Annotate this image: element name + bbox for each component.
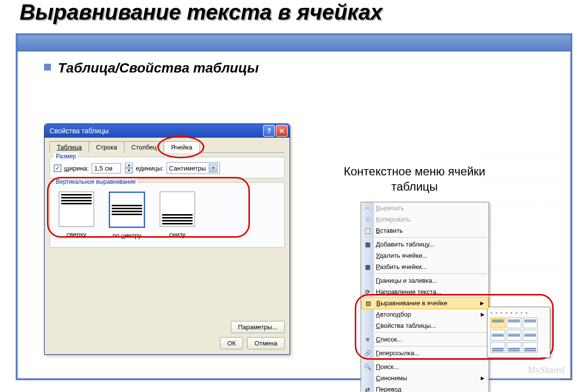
menu-item-label: Список...	[376, 336, 402, 343]
menu-item: ✂Вырезать	[361, 202, 489, 214]
align-top-right[interactable]	[523, 318, 538, 328]
menu-item-label: Вставить	[376, 227, 403, 234]
menu-item-label: Вырезать	[376, 204, 404, 212]
tab-table[interactable]: Таблица	[49, 141, 89, 153]
subtitle-text: Таблица/Свойства таблицы	[58, 60, 259, 75]
menu-item[interactable]: ▤Выравнивание в ячейке▶	[361, 297, 489, 309]
menu-item[interactable]: ▦Добавить таблицу...	[361, 239, 489, 250]
slide-topbar	[18, 35, 570, 51]
menu-item-label: Удалить ячейки...	[376, 252, 427, 259]
menu-item-label: Границы и заливка...	[376, 277, 437, 284]
alignment-submenu: • • • • • • • •	[487, 307, 550, 358]
submenu-dots: • • • • • • • •	[490, 310, 547, 316]
menu-item[interactable]: Синонимы▶	[361, 372, 489, 384]
units-label: единицы:	[136, 165, 164, 172]
menu-item-label: Копировать	[376, 216, 410, 223]
menu-item[interactable]: ⇄Перевод	[361, 384, 489, 392]
menu-icon: ≡	[363, 335, 372, 344]
menu-item[interactable]: 📋Вставить	[361, 225, 489, 236]
submenu-arrow-icon: ▶	[481, 375, 485, 381]
valign-top[interactable]: сверху	[59, 192, 94, 239]
align-mid-left[interactable]	[490, 330, 505, 341]
align-mid-center[interactable]	[507, 330, 521, 341]
context-menu-caption: Контекстное меню ячейки таблицы	[341, 164, 488, 194]
bullet-icon	[44, 64, 51, 71]
alignment-grid	[490, 318, 547, 353]
close-button[interactable]: ✕	[276, 125, 288, 137]
menu-item-label: Разбить ячейки...	[376, 263, 427, 270]
width-checkbox[interactable]: ✓	[54, 165, 61, 172]
align-bot-right[interactable]	[523, 342, 538, 353]
width-label: ширина:	[64, 165, 89, 172]
align-bot-left[interactable]	[490, 342, 505, 353]
menu-item[interactable]: Автоподбор▶	[361, 309, 489, 320]
menu-icon: ⇄	[363, 385, 372, 392]
menu-icon: 🔗	[363, 349, 372, 358]
valign-bottom[interactable]: снизу	[160, 192, 195, 239]
size-group-title: Размер	[54, 153, 78, 160]
dialog-title: Свойства таблицы	[49, 127, 109, 135]
size-group: Размер ✓ ширина: 1,5 см ▲▼ единицы: Сант…	[49, 157, 285, 178]
help-button[interactable]: ?	[263, 125, 275, 137]
slide-title: Выравнивание текста в ячейках	[0, 0, 588, 24]
context-menu: ✂Вырезать⎘Копировать📋Вставить▦Добавить т…	[361, 202, 489, 392]
menu-item-label: Выравнивание в ячейке	[376, 299, 447, 307]
menu-icon: 📋	[363, 226, 372, 235]
valign-center[interactable]: по центру	[109, 192, 145, 239]
ok-button[interactable]: ОК	[220, 337, 244, 349]
menu-item-label: Автоподбор	[376, 311, 411, 318]
menu-item-label: Синонимы	[376, 374, 407, 382]
menu-item[interactable]: ≡Список...	[361, 334, 489, 345]
menu-item-label: Добавить таблицу...	[376, 241, 434, 248]
watermark: MyShared	[528, 365, 564, 375]
table-properties-dialog: Свойства таблицы ? ✕ Таблица Строка Стол…	[44, 123, 290, 355]
units-select[interactable]: Сантиметры▼	[167, 162, 220, 174]
menu-icon: ⎘	[363, 215, 372, 224]
subtitle: Таблица/Свойства таблицы	[44, 60, 570, 76]
menu-item-label: Гиперссылка...	[376, 349, 419, 357]
align-top-left[interactable]	[490, 318, 505, 328]
parameters-button[interactable]: Параметры...	[231, 321, 285, 333]
menu-item[interactable]: 🔗Гиперссылка...	[361, 347, 489, 359]
dialog-tabs: Таблица Строка Столбец Ячейка	[49, 141, 285, 153]
menu-item[interactable]: Удалить ячейки...	[361, 250, 489, 261]
width-spinner[interactable]: ▲▼	[125, 163, 133, 173]
menu-item-label: Направление текста...	[376, 288, 441, 295]
menu-icon: ▤	[364, 299, 372, 308]
menu-icon: ⟳	[363, 288, 372, 296]
align-mid-right[interactable]	[523, 330, 538, 341]
menu-item[interactable]: ⟳Направление текста...	[361, 286, 489, 297]
align-bot-center[interactable]	[507, 342, 521, 353]
menu-item-label: Поиск...	[376, 363, 399, 370]
menu-item[interactable]: ▦Разбить ячейки...	[361, 261, 489, 272]
tab-cell[interactable]: Ячейка	[164, 141, 200, 153]
align-top-center[interactable]	[507, 318, 521, 328]
menu-item: ⎘Копировать	[361, 214, 489, 225]
menu-icon: ▦	[363, 263, 372, 271]
width-input[interactable]: 1,5 см	[92, 163, 121, 173]
menu-item[interactable]: Свойства таблицы...	[361, 320, 489, 331]
submenu-arrow-icon: ▶	[480, 300, 484, 306]
menu-item-label: Свойства таблицы...	[376, 322, 436, 329]
cancel-button[interactable]: Отмена	[247, 337, 285, 349]
dialog-titlebar[interactable]: Свойства таблицы ? ✕	[45, 124, 290, 138]
valign-group-title: Вертикальное выравнивание	[54, 178, 138, 185]
menu-item-label: Перевод	[376, 386, 401, 392]
menu-icon: ✂	[363, 204, 372, 213]
tab-column[interactable]: Столбец	[124, 141, 164, 153]
slide-frame: Таблица/Свойства таблицы Свойства таблиц…	[16, 33, 572, 380]
submenu-arrow-icon: ▶	[481, 312, 485, 317]
menu-icon: 🔍	[363, 363, 372, 371]
chevron-down-icon: ▼	[209, 164, 218, 172]
menu-icon: ▦	[363, 240, 372, 249]
menu-item[interactable]: 🔍Поиск...	[361, 361, 489, 372]
menu-item[interactable]: Границы и заливка...	[361, 275, 489, 286]
valign-group: Вертикальное выравнивание сверху по цент…	[49, 182, 285, 247]
tab-row[interactable]: Строка	[89, 141, 124, 153]
